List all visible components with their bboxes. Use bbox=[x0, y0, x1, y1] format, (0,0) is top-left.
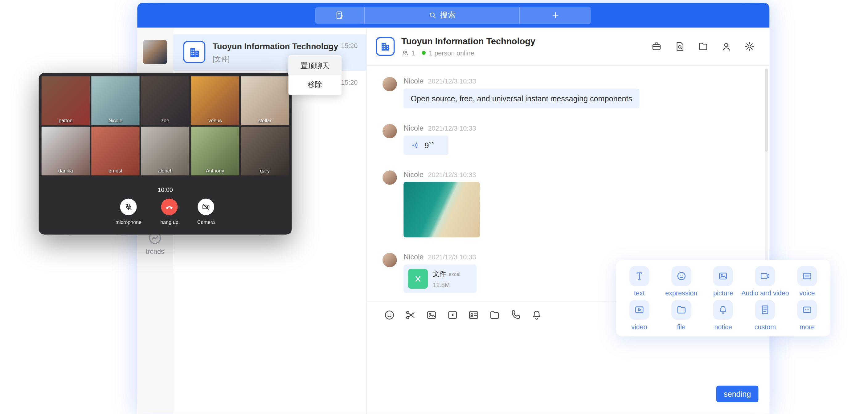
sender-name: Nicole bbox=[403, 253, 424, 261]
file-ext: .excel bbox=[447, 272, 460, 277]
chat-header: Tuoyun Information Technology 1 1 person… bbox=[367, 28, 770, 66]
panel-item-more[interactable]: more bbox=[786, 298, 828, 332]
settings-button[interactable] bbox=[744, 41, 755, 52]
file-name: 文件 bbox=[433, 269, 446, 279]
participant-tile[interactable]: venus bbox=[191, 76, 239, 125]
send-button[interactable]: sending bbox=[716, 386, 758, 402]
participant-name: ernest bbox=[91, 168, 139, 174]
members-button[interactable] bbox=[721, 41, 732, 52]
notes-button[interactable] bbox=[315, 7, 365, 23]
camera-toggle[interactable]: Camera bbox=[197, 199, 215, 225]
panel-item-notice[interactable]: notice bbox=[702, 298, 744, 332]
file-info: 文件 .excel 12.8M bbox=[433, 269, 460, 288]
participant-tile[interactable]: gary bbox=[241, 127, 289, 175]
participant-name: Nicole bbox=[91, 118, 139, 124]
member-count: 1 bbox=[411, 49, 415, 57]
sender-avatar[interactable] bbox=[382, 77, 397, 92]
doc-search-icon bbox=[674, 41, 685, 52]
file-button[interactable] bbox=[489, 309, 501, 321]
file-message[interactable]: 文件 .excel 12.8M bbox=[403, 264, 476, 293]
mic-label: microphone bbox=[116, 220, 142, 225]
announcement-icon bbox=[651, 41, 662, 52]
participant-tile[interactable]: ernest bbox=[91, 127, 139, 175]
scissors-icon bbox=[405, 309, 416, 321]
hangup-icon bbox=[165, 202, 174, 211]
panel-item-text[interactable]: text bbox=[618, 264, 660, 298]
sender-name: Nicole bbox=[403, 170, 424, 179]
sender-avatar[interactable] bbox=[382, 170, 397, 185]
hangup-button[interactable] bbox=[161, 199, 178, 215]
participant-tile[interactable]: aldrich bbox=[141, 127, 189, 175]
message-body: Nicole 2021/12/3 10:33 bbox=[403, 170, 480, 237]
panel-item-expression[interactable]: expression bbox=[660, 264, 702, 298]
participant-name: patton bbox=[41, 118, 90, 124]
contact-card-button[interactable] bbox=[468, 309, 479, 321]
files-button[interactable] bbox=[698, 41, 709, 52]
header-toolbar: 搜索 bbox=[315, 7, 592, 23]
conversation-time: 15:20 bbox=[341, 42, 358, 50]
context-menu: 置顶聊天 移除 bbox=[288, 56, 342, 95]
context-menu-item-remove[interactable]: 移除 bbox=[288, 75, 342, 94]
participant-name: Anthony bbox=[191, 168, 239, 174]
camera-button[interactable] bbox=[198, 199, 215, 215]
mic-off-icon bbox=[124, 202, 133, 211]
image-button[interactable] bbox=[426, 309, 437, 321]
sender-avatar[interactable] bbox=[382, 124, 397, 138]
message: Nicole 2021/12/3 10:33 Open source, free… bbox=[382, 77, 755, 108]
text-bubble[interactable]: Open source, free, and universal instant… bbox=[403, 88, 639, 108]
user-avatar[interactable] bbox=[143, 40, 167, 64]
search-input[interactable]: 搜索 bbox=[365, 7, 519, 23]
mic-button[interactable] bbox=[120, 199, 137, 215]
image-message[interactable] bbox=[403, 182, 480, 237]
file-size: 12.8M bbox=[433, 282, 460, 288]
emoji-button[interactable] bbox=[384, 309, 396, 321]
voice-bubble[interactable]: 9`` bbox=[403, 135, 448, 155]
participant-tile[interactable]: Nicole bbox=[91, 76, 139, 125]
search-history-button[interactable] bbox=[674, 41, 685, 52]
message-head: Nicole 2021/12/3 10:33 bbox=[403, 77, 639, 85]
hangup-label: hang up bbox=[160, 220, 178, 225]
participant-grid: patton Nicole zoe venus stellar danika e… bbox=[41, 76, 289, 175]
participant-name: stellar bbox=[241, 118, 289, 124]
panel-item-custom[interactable]: custom bbox=[744, 298, 786, 332]
participant-tile[interactable]: zoe bbox=[141, 76, 189, 125]
call-button[interactable] bbox=[510, 309, 522, 321]
bell-icon bbox=[713, 299, 733, 319]
panel-item-picture[interactable]: picture bbox=[702, 264, 744, 298]
video-button[interactable] bbox=[447, 309, 458, 321]
emoji-icon bbox=[384, 309, 396, 321]
participant-name: venus bbox=[191, 118, 239, 124]
sender-avatar[interactable] bbox=[382, 253, 397, 267]
notify-button[interactable] bbox=[531, 309, 542, 321]
panel-item-audio-video[interactable]: Audio and video bbox=[744, 264, 786, 298]
mic-toggle[interactable]: microphone bbox=[116, 199, 142, 225]
chat-panel: Tuoyun Information Technology 1 1 person… bbox=[367, 28, 770, 414]
context-menu-item-pin[interactable]: 置顶聊天 bbox=[288, 56, 342, 75]
announcement-button[interactable] bbox=[651, 41, 662, 52]
participant-tile[interactable]: Anthony bbox=[191, 127, 239, 175]
search-icon bbox=[429, 11, 437, 20]
scrollbar-thumb[interactable] bbox=[765, 69, 768, 152]
hangup-control[interactable]: hang up bbox=[160, 199, 178, 225]
panel-item-video[interactable]: video bbox=[618, 298, 660, 332]
add-button[interactable] bbox=[519, 7, 591, 23]
gear-icon bbox=[744, 41, 755, 52]
participant-name: zoe bbox=[141, 118, 189, 124]
camera-label: Camera bbox=[197, 220, 215, 225]
participant-name: gary bbox=[241, 168, 289, 174]
message: Nicole 2021/12/3 10:33 9`` bbox=[382, 124, 755, 155]
call-duration: 10:00 bbox=[41, 186, 289, 193]
chat-title: Tuoyun Information Technology bbox=[401, 36, 535, 46]
participant-tile[interactable]: stellar bbox=[241, 76, 289, 125]
panel-item-file[interactable]: file bbox=[660, 298, 702, 332]
video-play-icon bbox=[629, 299, 649, 319]
image-icon bbox=[426, 309, 437, 321]
participant-tile[interactable]: danika bbox=[41, 127, 90, 175]
message-head: Nicole 2021/12/3 10:33 bbox=[403, 124, 476, 132]
video-icon bbox=[447, 309, 458, 321]
participant-tile[interactable]: patton bbox=[41, 76, 90, 125]
screenshot-button[interactable] bbox=[405, 309, 416, 321]
search-placeholder: 搜索 bbox=[440, 10, 456, 20]
panel-item-voice[interactable]: voice bbox=[786, 264, 828, 298]
screen: 搜索 trends bbox=[0, 0, 868, 414]
